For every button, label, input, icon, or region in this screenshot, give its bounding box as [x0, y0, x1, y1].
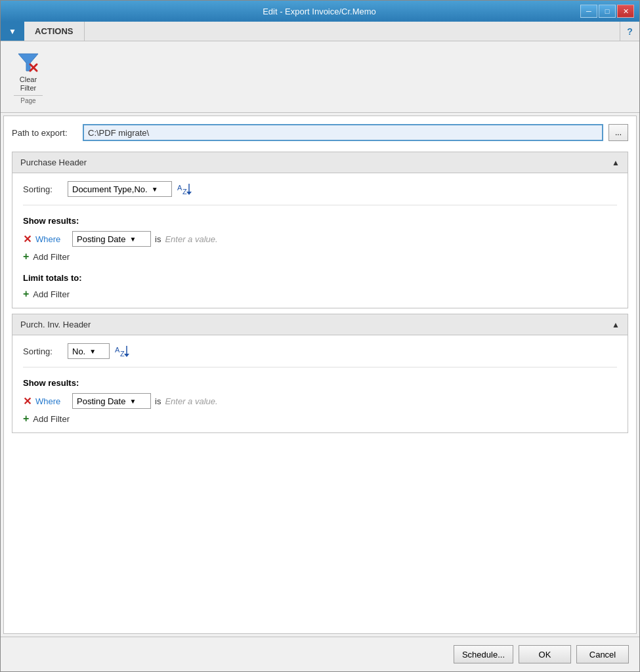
purchase-header-body: Sorting: Document Type,No. ▼ A Z [12, 173, 628, 308]
filter-row-purch-inv-1: ✕ Where Posting Date ▼ is Enter a value. [23, 393, 617, 409]
sorting-row-purchase: Sorting: Document Type,No. ▼ A Z [23, 181, 617, 205]
sort-az-icon-purchase[interactable]: A Z [177, 182, 193, 196]
ribbon-content: Clear Filter Page [1, 41, 639, 112]
filter-value-purchase-1[interactable]: Enter a value. [165, 234, 217, 244]
ribbon-tabs: ▼ ACTIONS ? [1, 22, 639, 41]
window-controls: ─ □ ✕ [580, 5, 634, 18]
filter-field-purchase-1[interactable]: Posting Date ▼ [72, 231, 151, 247]
limit-add-filter-row[interactable]: + Add Filter [23, 288, 617, 300]
filter-remove-purch-inv-1[interactable]: ✕ [23, 395, 32, 408]
ribbon-dropdown[interactable]: ▼ [1, 22, 24, 41]
filter-where-purchase-1[interactable]: Where [35, 234, 68, 244]
main-content: Path to export: ... Purchase Header ▲ So… [3, 116, 637, 634]
purch-inv-header-body: Sorting: No. ▼ A Z Sh [12, 335, 628, 432]
sort-az-icon-purch-inv[interactable]: A Z [115, 345, 131, 358]
filter-field-purch-inv-1[interactable]: Posting Date ▼ [72, 393, 151, 409]
purch-inv-header-title: Purch. Inv. Header [20, 320, 91, 329]
schedule-button[interactable]: Schedule... [454, 645, 513, 663]
purchase-header-title: Purchase Header [20, 158, 87, 167]
svg-text:A: A [177, 184, 182, 192]
add-filter-plus-purch-inv: + [23, 413, 29, 425]
help-button[interactable]: ? [620, 22, 639, 41]
purchase-header-chevron: ▲ [612, 158, 620, 167]
close-button[interactable]: ✕ [617, 5, 634, 18]
clear-filter-button[interactable]: Clear Filter Page [9, 47, 48, 107]
svg-marker-10 [124, 354, 129, 357]
svg-text:Z: Z [120, 350, 125, 358]
purch-inv-header-toggle[interactable]: Purch. Inv. Header ▲ [12, 314, 628, 335]
clear-filter-icon [15, 49, 41, 75]
footer: Schedule... OK Cancel [1, 637, 639, 671]
add-filter-plus-purchase: + [23, 251, 29, 262]
main-window: Edit - Export Invoice/Cr.Memo ─ □ ✕ ▼ AC… [0, 0, 640, 672]
svg-marker-6 [186, 192, 192, 195]
filter-is-purch-inv-1: is [155, 396, 161, 406]
sorting-row-purch-inv: Sorting: No. ▼ A Z [23, 343, 617, 368]
show-results-label-purch-inv: Show results: [23, 378, 617, 388]
minimize-button[interactable]: ─ [580, 5, 597, 18]
show-results-label-purchase: Show results: [23, 216, 617, 226]
filter-remove-purchase-1[interactable]: ✕ [23, 233, 32, 245]
add-filter-label-purch-inv: Add Filter [33, 414, 70, 424]
svg-text:A: A [115, 346, 120, 354]
purch-inv-header-panel: Purch. Inv. Header ▲ Sorting: No. ▼ A Z [12, 314, 628, 433]
title-bar: Edit - Export Invoice/Cr.Memo ─ □ ✕ [1, 1, 639, 22]
limit-add-filter-plus: + [23, 288, 29, 300]
filter-value-purch-inv-1[interactable]: Enter a value. [165, 396, 217, 406]
add-filter-label-purchase: Add Filter [33, 252, 70, 262]
svg-text:Z: Z [182, 188, 187, 196]
filter-where-purch-inv-1[interactable]: Where [35, 396, 68, 406]
filter-field-arrow-purchase-1: ▼ [129, 236, 136, 243]
add-filter-row-purchase[interactable]: + Add Filter [23, 251, 617, 262]
window-title: Edit - Export Invoice/Cr.Memo [58, 7, 580, 16]
path-row: Path to export: ... [12, 124, 628, 141]
purchase-header-toggle[interactable]: Purchase Header ▲ [12, 152, 628, 173]
sorting-dropdown-arrow-purch-inv: ▼ [89, 348, 96, 355]
filter-field-arrow-purch-inv-1: ▼ [129, 398, 136, 405]
filter-is-purchase-1: is [155, 234, 161, 244]
sorting-dropdown-arrow: ▼ [152, 186, 158, 193]
sorting-dropdown-purchase[interactable]: Document Type,No. ▼ [68, 181, 172, 197]
maximize-button[interactable]: □ [599, 5, 616, 18]
ok-button[interactable]: OK [519, 645, 571, 663]
cancel-button[interactable]: Cancel [576, 645, 629, 663]
path-browse-button[interactable]: ... [608, 124, 628, 141]
purch-inv-header-chevron: ▲ [612, 320, 620, 329]
sorting-label-purch-inv: Sorting: [23, 346, 62, 356]
add-filter-row-purch-inv[interactable]: + Add Filter [23, 413, 617, 425]
sorting-label-purchase: Sorting: [23, 184, 62, 194]
purchase-header-panel: Purchase Header ▲ Sorting: Document Type… [12, 152, 628, 308]
page-label: Page [14, 95, 43, 104]
path-label: Path to export: [12, 128, 77, 138]
limit-totals-label: Limit totals to: [23, 273, 617, 283]
limit-add-filter-label: Add Filter [33, 289, 70, 299]
filter-row-purchase-1: ✕ Where Posting Date ▼ is Enter a value. [23, 231, 617, 247]
sorting-dropdown-purch-inv[interactable]: No. ▼ [68, 343, 110, 359]
tab-actions[interactable]: ACTIONS [24, 22, 85, 41]
ribbon: ▼ ACTIONS ? Clear Filter [1, 22, 639, 113]
clear-filter-label: Clear Filter [20, 75, 37, 93]
path-input[interactable] [83, 124, 603, 141]
